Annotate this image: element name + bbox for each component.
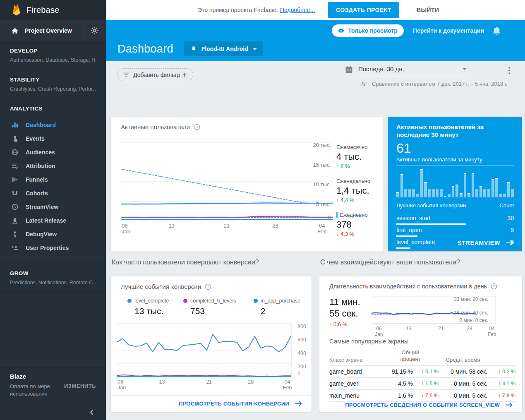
- legend-item[interactable]: level_complete 13 тыс.: [127, 298, 169, 316]
- delta-down: ↓ 4,3 %: [336, 231, 379, 237]
- svg-text:600: 600: [297, 337, 306, 343]
- section-subtitle: Crashlytics, Crash Reporting, Perfor…: [10, 86, 96, 92]
- sidebar-item-user-properties[interactable]: User Properties: [0, 241, 106, 254]
- help-icon[interactable]: ?: [491, 283, 497, 290]
- bell-icon[interactable]: [493, 27, 500, 35]
- brand-title: Firebase: [26, 5, 59, 15]
- chevron-down-icon: [253, 48, 257, 52]
- header-title-row: Dashboard Flood-It! Android: [117, 41, 263, 56]
- realtime-bar: [420, 169, 423, 197]
- table-row[interactable]: game_over 4,5 % ↑ 1,5 % 0 мин. 5 сек. ↑ …: [329, 378, 515, 390]
- top-bar: Firebase Это пример проекта Firebase. По…: [0, 0, 525, 20]
- sidebar-item-label: DebugView: [26, 231, 57, 238]
- svg-text:?: ?: [207, 285, 209, 289]
- page-header: Только просмотр Перейти к документации D…: [106, 20, 525, 61]
- sidebar-item-streamview[interactable]: StreamView: [0, 200, 106, 214]
- realtime-bar: [416, 194, 419, 197]
- learn-more-link[interactable]: Подробнее...: [280, 7, 315, 13]
- docs-link[interactable]: Перейти к документации: [413, 27, 484, 34]
- realtime-bar: [428, 190, 431, 197]
- engagement-section-title: С чем взаимодействуют ваши пользователи?: [320, 259, 460, 266]
- section-title: GROW: [10, 270, 96, 276]
- svg-text:28: 28: [467, 326, 472, 331]
- sidebar-item-label: StreamView: [26, 204, 58, 210]
- help-icon[interactable]: ?: [205, 283, 211, 290]
- svg-text:Jan: Jan: [375, 331, 383, 337]
- svg-text:33 мин. 20 сек.: 33 мин. 20 сек.: [454, 296, 488, 302]
- svg-text:16 мин. 40 сек.: 16 мин. 40 сек.: [454, 310, 488, 316]
- firebase-logo-icon: [12, 4, 22, 16]
- svg-text:Feb: Feb: [488, 331, 496, 337]
- magnet-icon: [11, 190, 19, 197]
- page-title: Dashboard: [117, 43, 173, 55]
- realtime-bar: [436, 190, 439, 197]
- svg-text:5 тыс.: 5 тыс.: [316, 201, 331, 207]
- daily-series-marker: [336, 212, 338, 218]
- divider: [84, 24, 84, 37]
- sidebar-item-events[interactable]: Events: [0, 132, 106, 145]
- svg-text:04: 04: [489, 326, 495, 331]
- sidebar-section-develop[interactable]: DEVELOP Authentication, Database, Storag…: [0, 41, 106, 70]
- help-icon[interactable]: ?: [194, 124, 200, 130]
- signout-button[interactable]: ВЫЙТИ: [417, 7, 439, 13]
- svg-text:21: 21: [206, 379, 212, 385]
- funnel-bars-icon: [11, 176, 19, 183]
- sidebar-item-dashboard[interactable]: Dashboard: [0, 118, 106, 132]
- realtime-bar: [460, 193, 463, 197]
- plan-info: Blaze Оплата по мере использования: [10, 373, 64, 398]
- sidebar-item-label: Attribution: [26, 163, 55, 169]
- overflow-menu-icon[interactable]: [508, 67, 510, 74]
- sidebar-item-debugview[interactable]: DebugView: [0, 227, 106, 241]
- app-selector[interactable]: Flood-It! Android: [184, 41, 263, 56]
- sidebar-item-cohorts[interactable]: Cohorts: [0, 186, 106, 200]
- sidebar-item-funnels[interactable]: Funnels: [0, 173, 106, 186]
- project-overview-item[interactable]: Project Overview: [0, 20, 106, 41]
- legend-item[interactable]: completed_5_levels 753: [183, 298, 236, 316]
- card-title: Лучшие события-конверсии: [121, 283, 201, 290]
- top-bar-main: Это пример проекта Firebase. Подробнее..…: [106, 0, 525, 20]
- section-title: DEVELOP: [10, 48, 96, 54]
- realtime-bar: [440, 190, 443, 197]
- streamview-link[interactable]: STREAMVIEW: [458, 240, 514, 246]
- svg-text:200: 200: [297, 364, 306, 370]
- sidebar-item-latest-release[interactable]: Latest Release: [0, 214, 106, 227]
- sidebar-item-attribution[interactable]: Attribution: [0, 159, 106, 173]
- plus-icon: [182, 72, 187, 78]
- svg-text:0: 0: [297, 371, 300, 377]
- svg-text:21: 21: [438, 326, 444, 331]
- sidebar-item-audiences[interactable]: Audiences: [0, 145, 106, 159]
- compare-label: Сравнение с интервалом 7 дек. 2017 г. – …: [372, 81, 508, 87]
- legend-dot: [183, 299, 187, 303]
- legend-item[interactable]: in_app_purchase 2: [254, 298, 300, 316]
- table-row[interactable]: game_board 91,15 % ↑ 0,1 % 0 мин. 58 сек…: [329, 366, 515, 378]
- realtime-event-row[interactable]: session_start 30: [396, 212, 514, 224]
- realtime-bar: [483, 190, 486, 197]
- sidebar-item-label: Latest Release: [26, 217, 66, 224]
- date-range-select[interactable]: Последн. 30 дн.: [358, 65, 467, 76]
- plan-name: Blaze: [10, 373, 64, 380]
- svg-text:04: 04: [319, 223, 325, 229]
- view-screen-view-link[interactable]: ПРОСМОТРЕТЬ СВЕДЕНИЯ О СОБЫТИИ SCREEN_VI…: [319, 398, 522, 412]
- sidebar-section-grow[interactable]: GROW Predictions, Notifications, Remote …: [0, 264, 106, 293]
- realtime-event-row[interactable]: first_open 9: [396, 224, 514, 236]
- view-only-label: Только просмотр: [348, 27, 398, 34]
- globe-icon: [11, 149, 19, 156]
- realtime-bar: [400, 174, 403, 197]
- sidebar-item-label: User Properties: [26, 245, 69, 251]
- delta-down: ↓ 0,6 %: [329, 321, 360, 327]
- conversions-chart: 800600400200006Jan13212804Feb: [117, 322, 311, 392]
- chevron-down-icon: [463, 68, 467, 72]
- create-project-button[interactable]: СОЗДАТЬ ПРОЕКТ: [328, 2, 399, 18]
- sidebar-section-stability[interactable]: STABILITY Crashlytics, Crash Reporting, …: [0, 70, 106, 99]
- svg-text:Jan: Jan: [122, 228, 130, 235]
- change-plan-button[interactable]: ИЗМЕНИТЬ: [64, 383, 96, 398]
- realtime-bar: [448, 194, 451, 197]
- popular-screens-title: Самые популярные экраны: [329, 338, 408, 345]
- add-filter-button[interactable]: Добавить фильтр: [117, 68, 193, 81]
- view-conversions-link[interactable]: ПРОСМОТРЕТЬ СОБЫТИЯ-КОНВЕРСИИ: [111, 395, 312, 412]
- engagement-sparkline: 33 мин. 20 сек.16 мин. 40 сек.0 мин. 0 с…: [372, 295, 502, 339]
- gear-icon[interactable]: [91, 26, 98, 34]
- svg-text:21: 21: [224, 223, 230, 229]
- sidebar-collapse-button[interactable]: [0, 404, 106, 420]
- clock-icon: [11, 203, 19, 211]
